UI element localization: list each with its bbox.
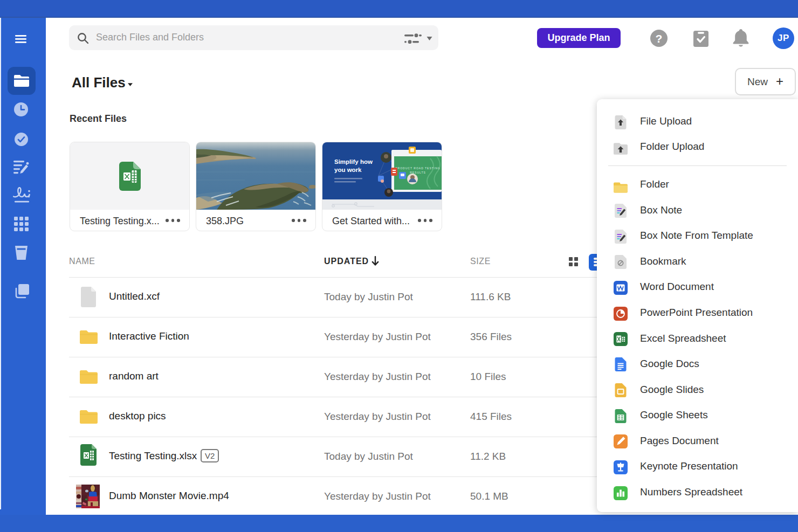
svg-text:?: ? xyxy=(656,32,663,45)
svg-text:Simplify how: Simplify how xyxy=(334,158,373,165)
svg-text:PRODUCT ROAD TESTING: PRODUCT ROAD TESTING xyxy=(395,167,440,170)
svg-text:you work: you work xyxy=(334,167,362,173)
